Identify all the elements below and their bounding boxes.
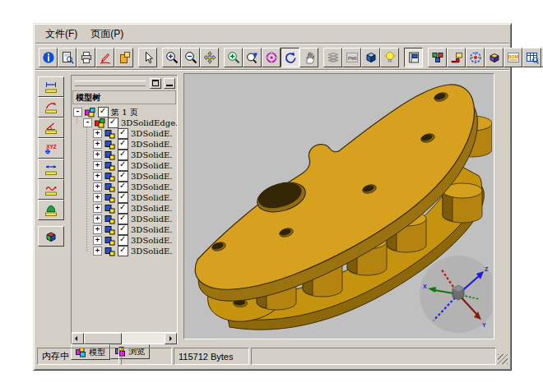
measure-toolbar: XYZ — [38, 76, 64, 247]
measure-curve-button[interactable] — [38, 179, 64, 200]
panel-gripper[interactable] — [75, 81, 146, 86]
coordinate-xyz-button[interactable]: XYZ — [38, 138, 64, 159]
visibility-checkbox[interactable] — [108, 118, 118, 128]
assembly-icon — [431, 51, 444, 64]
part-cube-icon — [104, 161, 116, 171]
expand-icon[interactable] — [93, 247, 102, 256]
status-cell-2 — [121, 348, 172, 365]
assembly-button[interactable] — [428, 48, 447, 67]
panel-hide-button[interactable] — [164, 78, 175, 89]
expand-icon[interactable] — [93, 214, 102, 224]
expand-icon[interactable] — [93, 182, 102, 191]
pan-axes-button[interactable] — [200, 48, 219, 67]
zoom-out-button[interactable] — [181, 48, 200, 67]
dimension-angle-button[interactable] — [38, 118, 64, 138]
panel-float-button[interactable] — [150, 78, 161, 89]
orientation-trackball[interactable]: X Y Z — [420, 256, 492, 333]
expand-icon[interactable] — [93, 225, 102, 234]
measure-curve-icon — [44, 183, 58, 196]
model-tree[interactable]: 第 1 页 3DSolidEdge. 3DSolidE. 3DSolidE. 3… — [72, 104, 177, 332]
select-button[interactable] — [138, 48, 157, 67]
measure-3d-button[interactable] — [38, 226, 64, 247]
view-cube-button[interactable] — [361, 48, 380, 67]
menu-page[interactable]: 页面(P) — [84, 25, 130, 43]
tree-row-part[interactable]: 3DSolidE. — [72, 246, 177, 256]
tree-horizontal-scrollbar[interactable] — [72, 332, 177, 344]
panel-header — [72, 76, 177, 89]
section-cube-icon — [488, 51, 501, 64]
print-button[interactable] — [77, 48, 95, 67]
scrollbar-thumb[interactable] — [84, 333, 122, 344]
tree-label: 3DSolidEdge. — [121, 118, 177, 127]
part-cube-icon — [104, 247, 116, 256]
collapse-icon[interactable] — [73, 108, 82, 117]
rotate-target-button[interactable] — [262, 48, 281, 67]
expand-icon[interactable] — [93, 236, 102, 245]
screenshot-stage: 文件(F) 页面(P) PMI — [0, 0, 543, 392]
markup-button[interactable] — [95, 48, 114, 67]
zoom-window-button[interactable] — [224, 48, 243, 67]
collapse-icon[interactable] — [83, 118, 92, 127]
pmi-button[interactable]: PMI — [342, 48, 361, 67]
explode-button[interactable] — [466, 48, 485, 67]
part-cube-icon — [104, 193, 116, 203]
viewport-3d[interactable]: X Y Z — [183, 73, 494, 339]
part-cube-icon — [104, 236, 116, 246]
menu-file[interactable]: 文件(F) — [39, 25, 84, 43]
expand-icon[interactable] — [93, 150, 102, 159]
tree-label: 3DSolidE. — [131, 172, 173, 181]
zoom-window-icon — [227, 51, 240, 64]
select-cursor-icon — [142, 51, 155, 64]
tree-label: 3DSolidE. — [131, 129, 173, 138]
model-tree-panel: 模型树 第 1 页 3DSolidEdge. — [71, 75, 178, 358]
expand-icon[interactable] — [93, 193, 102, 202]
expand-icon[interactable] — [93, 161, 102, 170]
section-button[interactable] — [485, 48, 504, 67]
tree-row-page[interactable]: 第 1 页 — [72, 107, 177, 118]
expand-icon[interactable] — [93, 204, 102, 213]
tree-label: 3DSolidE. — [131, 193, 173, 202]
measure-area-button[interactable] — [38, 200, 64, 220]
coordinate-xyz-icon: XYZ — [44, 142, 58, 155]
dimension-horizontal-button[interactable] — [38, 76, 64, 97]
layers-button[interactable] — [323, 48, 342, 67]
bom-button[interactable]: BOM — [504, 48, 522, 67]
light-bulb-icon — [383, 51, 397, 64]
expand-icon[interactable] — [93, 172, 102, 181]
light-button[interactable] — [380, 48, 399, 67]
pmi-icon: PMI — [346, 51, 359, 64]
about-button[interactable] — [39, 48, 58, 67]
visibility-checkbox[interactable] — [118, 246, 128, 256]
spin-button[interactable] — [281, 48, 299, 67]
move-part-button[interactable] — [447, 48, 466, 67]
cad-model-canvas: X Y Z — [184, 74, 492, 337]
zoom-in-button[interactable] — [162, 48, 181, 67]
status-size: 115712 Bytes — [174, 348, 249, 365]
notebook-button[interactable] — [404, 48, 423, 67]
axis-z-label: Z — [485, 266, 489, 272]
scrollbar-track[interactable] — [122, 333, 165, 344]
zoom-out-icon — [184, 51, 197, 64]
spin-icon — [284, 51, 297, 64]
dimension-distance-button[interactable] — [38, 159, 64, 179]
resize-grip[interactable] — [498, 354, 508, 364]
pan-hand-button[interactable] — [299, 48, 318, 67]
tree-label: 3DSolidE. — [131, 236, 173, 245]
rotate-target-icon — [265, 51, 278, 64]
status-memory: 内存中 — [37, 348, 119, 365]
preview-button[interactable] — [58, 48, 77, 67]
tree-label: 3DSolidE. — [131, 140, 173, 149]
svg-text:BOM: BOM — [508, 54, 518, 59]
measure-3d-icon — [44, 230, 58, 243]
expand-icon[interactable] — [93, 129, 102, 138]
report-button[interactable] — [522, 48, 541, 67]
zoom-previous-button[interactable] — [243, 48, 262, 67]
dimension-radius-icon — [44, 101, 58, 114]
visibility-checkbox[interactable] — [98, 107, 109, 118]
dimension-radius-button[interactable] — [38, 97, 64, 118]
svg-text:PMI: PMI — [347, 55, 356, 60]
scroll-right-arrow-icon[interactable] — [165, 333, 177, 344]
expand-icon[interactable] — [93, 140, 102, 149]
scroll-left-arrow-icon[interactable] — [72, 333, 84, 344]
stamp-button[interactable] — [114, 48, 133, 67]
